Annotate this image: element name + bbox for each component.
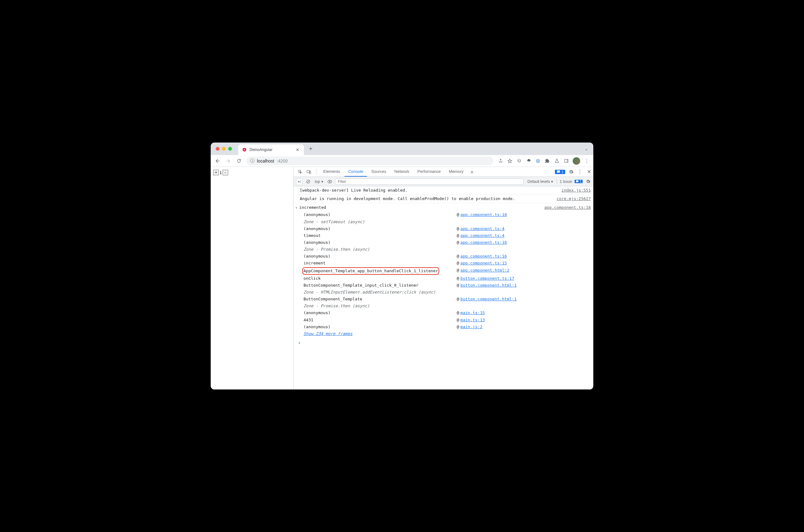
tab-memory[interactable]: Memory xyxy=(445,167,467,177)
source-link[interactable]: app.component.ts:18 xyxy=(460,212,507,218)
log-source-link[interactable]: core.mjs:25627 xyxy=(556,196,591,202)
stack-frame-highlighted: AppComponent_Template_app_button_handleC… xyxy=(304,267,457,275)
svg-point-1 xyxy=(518,160,519,161)
extension-skull-icon[interactable] xyxy=(516,158,522,164)
back-button[interactable] xyxy=(213,157,222,165)
stack-frame: (anonymous) xyxy=(304,324,457,330)
more-tabs-button[interactable]: » xyxy=(468,167,476,177)
issues-badge[interactable]: 1 xyxy=(555,170,565,174)
zone-frame: Zone - Promise.then (async) xyxy=(304,303,457,309)
console-filter-input[interactable] xyxy=(335,178,524,185)
execution-context-selector[interactable]: top ▾ xyxy=(313,179,324,184)
angular-icon xyxy=(242,147,247,152)
devtools-settings-button[interactable] xyxy=(567,167,575,177)
source-link[interactable]: app.component.ts:4 xyxy=(460,232,504,239)
log-entry: [webpack-dev-server] Live Reloading enab… xyxy=(293,186,593,195)
title-bar: DemoAngular ✕ + ⌄ xyxy=(211,142,593,155)
tabs-dropdown-button[interactable]: ⌄ xyxy=(585,146,588,151)
stack-frame: (anonymous) xyxy=(304,310,457,316)
svg-rect-7 xyxy=(307,170,310,173)
source-link[interactable]: app.component.ts:15 xyxy=(460,260,507,266)
zone-frame: Zone - HTMLInputElement.addEventListener… xyxy=(304,289,457,296)
chrome-menu-button[interactable]: ⋮ xyxy=(584,158,590,164)
inspect-element-button[interactable] xyxy=(296,167,304,177)
stack-frame: onClick xyxy=(304,276,457,282)
source-link[interactable]: app.component.ts:4 xyxy=(460,226,504,232)
close-window-button[interactable] xyxy=(216,147,219,151)
decrement-button[interactable]: - xyxy=(223,170,228,175)
extension-flask-icon[interactable] xyxy=(554,158,559,164)
tab-elements[interactable]: Elements xyxy=(320,167,344,177)
svg-line-10 xyxy=(307,180,309,183)
svg-point-4 xyxy=(537,160,539,162)
new-tab-button[interactable]: + xyxy=(306,145,315,153)
stack-frame: ButtonComponent_Template xyxy=(304,296,457,302)
tab-performance[interactable]: Performance xyxy=(414,167,444,177)
source-link[interactable]: main.ts:15 xyxy=(460,310,485,316)
show-more-frames-link[interactable]: Show 234 more frames xyxy=(304,331,352,337)
source-link[interactable]: main.js:2 xyxy=(460,324,482,330)
tab-title: DemoAngular xyxy=(249,148,292,152)
extension-incognito-icon[interactable] xyxy=(526,158,531,164)
source-link[interactable]: main.ts:13 xyxy=(460,317,485,323)
stack-frame: ButtonComponent_Template_input_click_0_l… xyxy=(304,282,457,288)
console-output: [webpack-dev-server] Live Reloading enab… xyxy=(293,186,593,390)
log-message: [webpack-dev-server] Live Reloading enab… xyxy=(300,187,561,193)
maximize-window-button[interactable] xyxy=(228,147,232,151)
tab-close-button[interactable]: ✕ xyxy=(295,147,300,152)
devtools-close-button[interactable]: ✕ xyxy=(585,167,593,177)
device-toolbar-button[interactable] xyxy=(305,167,313,177)
tab-sources[interactable]: Sources xyxy=(368,167,390,177)
live-expression-button[interactable] xyxy=(327,179,332,185)
extension-target-icon[interactable] xyxy=(535,158,541,164)
clear-console-button[interactable] xyxy=(305,179,311,185)
address-bar: ⓘ localhost:4200 ⋮ xyxy=(211,155,593,167)
omnibox[interactable]: ⓘ localhost:4200 xyxy=(246,157,493,165)
log-message: Angular is running in development mode. … xyxy=(300,196,556,202)
reload-button[interactable] xyxy=(234,157,243,165)
share-icon[interactable] xyxy=(498,158,503,164)
tab-network[interactable]: Network xyxy=(391,167,413,177)
devtools-panel: Elements Console Sources Network Perform… xyxy=(293,167,593,390)
console-settings-button[interactable] xyxy=(585,179,591,185)
log-source-link[interactable]: app.component.ts:18 xyxy=(544,205,591,211)
issues-link[interactable]: 1 Issue: 1 xyxy=(559,179,583,184)
tab-console[interactable]: Console xyxy=(344,167,367,177)
source-link[interactable]: app.component.html:2 xyxy=(460,267,510,275)
site-info-icon[interactable]: ⓘ xyxy=(250,158,254,164)
bookmark-star-icon[interactable] xyxy=(507,158,513,164)
stack-frame: timeout xyxy=(304,232,457,239)
profile-avatar[interactable] xyxy=(573,157,580,165)
devtools-menu-button[interactable]: ⋮ xyxy=(576,167,584,177)
trace-header[interactable]: incremented app.component.ts:18 xyxy=(293,204,593,211)
source-link[interactable]: app.component.ts:16 xyxy=(460,240,507,246)
svg-point-11 xyxy=(329,181,330,182)
stack-frame: (anonymous) xyxy=(304,226,457,232)
svg-point-0 xyxy=(518,159,520,162)
counter-widget: + 1 - xyxy=(213,170,228,175)
source-link[interactable]: button.component.html:1 xyxy=(460,296,517,302)
stack-frame: (anonymous) xyxy=(304,212,457,218)
log-entry: Angular is running in development mode. … xyxy=(293,195,593,203)
svg-point-2 xyxy=(519,160,520,161)
source-link[interactable]: button.component.html:1 xyxy=(460,282,517,288)
svg-rect-6 xyxy=(567,159,568,163)
trace-title: incremented xyxy=(299,205,544,211)
url-port: :4200 xyxy=(276,158,288,164)
source-link[interactable]: app.component.ts:16 xyxy=(460,253,507,260)
source-link[interactable]: button.component.ts:17 xyxy=(460,276,514,282)
increment-button[interactable]: + xyxy=(213,170,219,175)
zone-frame: Zone - Promise.then (async) xyxy=(304,246,457,252)
minimize-window-button[interactable] xyxy=(222,147,226,151)
counter-value: 1 xyxy=(219,170,223,175)
console-sidebar-toggle[interactable]: ▸| xyxy=(296,178,303,185)
log-levels-selector[interactable]: Default levels ▾ xyxy=(526,179,554,184)
issues-badge-count: 1 xyxy=(561,170,563,174)
console-toolbar: ▸| top ▾ Default levels ▾ 1 Issue: 1 xyxy=(293,177,593,186)
forward-button[interactable] xyxy=(224,157,233,165)
extensions-puzzle-icon[interactable] xyxy=(544,158,550,164)
extension-panel-icon[interactable] xyxy=(563,158,569,164)
browser-tab[interactable]: DemoAngular ✕ xyxy=(238,145,304,155)
console-prompt[interactable] xyxy=(293,338,593,348)
log-source-link[interactable]: index.js:551 xyxy=(561,187,591,193)
